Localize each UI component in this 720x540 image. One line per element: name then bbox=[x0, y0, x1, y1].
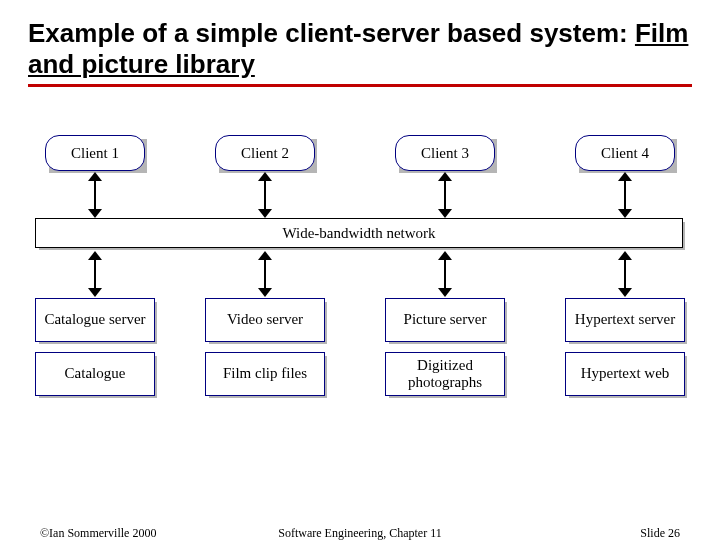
arrow-icon bbox=[258, 251, 272, 297]
footer-slide-number: Slide 26 bbox=[640, 526, 680, 540]
datastore-box: Hypertext web bbox=[565, 352, 685, 396]
server-box: Picture server bbox=[385, 298, 505, 342]
server-label: Hypertext server bbox=[575, 311, 675, 328]
server-box: Catalogue server bbox=[35, 298, 155, 342]
client-label: Client 4 bbox=[601, 145, 649, 162]
client-box: Client 4 bbox=[575, 135, 675, 171]
arrow-icon bbox=[618, 172, 632, 218]
arrow-icon bbox=[438, 172, 452, 218]
datastore-box: Digitized photographs bbox=[385, 352, 505, 396]
client-label: Client 3 bbox=[421, 145, 469, 162]
network-bar: Wide-bandwidth network bbox=[35, 218, 683, 248]
client-box: Client 3 bbox=[395, 135, 495, 171]
arrow-icon bbox=[438, 251, 452, 297]
server-label: Catalogue server bbox=[44, 311, 145, 328]
client-label: Client 2 bbox=[241, 145, 289, 162]
client-box: Client 2 bbox=[215, 135, 315, 171]
server-label: Video server bbox=[227, 311, 303, 328]
diagram: Client 1 Client 2 Client 3 Client 4 Wide… bbox=[35, 130, 685, 460]
server-box: Video server bbox=[205, 298, 325, 342]
client-box: Client 1 bbox=[45, 135, 145, 171]
datastore-box: Film clip files bbox=[205, 352, 325, 396]
title-rule bbox=[28, 84, 692, 87]
server-label: Picture server bbox=[404, 311, 487, 328]
slide-title: Example of a simple client-server based … bbox=[28, 18, 692, 80]
arrow-icon bbox=[88, 172, 102, 218]
arrow-icon bbox=[88, 251, 102, 297]
footer-chapter: Software Engineering, Chapter 11 bbox=[0, 526, 720, 540]
arrow-icon bbox=[258, 172, 272, 218]
server-box: Hypertext server bbox=[565, 298, 685, 342]
datastore-box: Catalogue bbox=[35, 352, 155, 396]
arrow-icon bbox=[618, 251, 632, 297]
datastore-label: Film clip files bbox=[223, 365, 307, 382]
title-text-plain: Example of a simple client-server based … bbox=[28, 18, 635, 48]
datastore-label: Hypertext web bbox=[581, 365, 670, 382]
slide: Example of a simple client-server based … bbox=[0, 0, 720, 540]
network-label: Wide-bandwidth network bbox=[282, 225, 435, 242]
datastore-label: Catalogue bbox=[65, 365, 126, 382]
client-label: Client 1 bbox=[71, 145, 119, 162]
datastore-label: Digitized photographs bbox=[390, 357, 500, 392]
